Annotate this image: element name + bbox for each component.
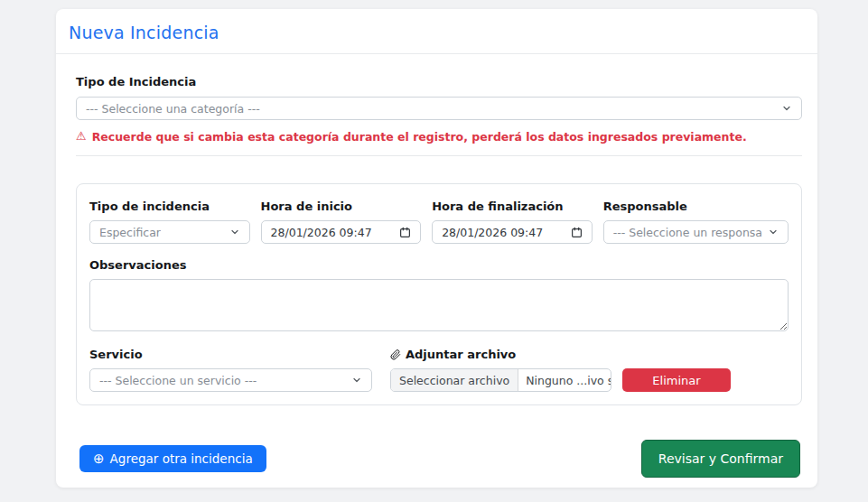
calendar-icon[interactable] (399, 227, 411, 238)
incident-fields-row: Tipo de incidencia Especificar Hora de i… (89, 199, 789, 244)
paperclip-icon (390, 349, 401, 361)
end-time-label: Hora de finalización (432, 199, 593, 214)
add-incident-button[interactable]: ⊕ Agregar otra incidencia (79, 445, 266, 472)
start-time-value: 28/01/2026 09:47 (271, 226, 372, 239)
responsible-label: Responsable (603, 199, 789, 214)
start-time-group: Hora de inicio 28/01/2026 09:47 (261, 199, 422, 244)
service-attach-row: Servicio --- Seleccione un servicio --- … (89, 347, 789, 392)
warning-text: Recuerde que si cambia esta categoría du… (92, 129, 747, 144)
start-time-label: Hora de inicio (261, 199, 422, 214)
calendar-icon[interactable] (571, 227, 583, 238)
incident-type-label: Tipo de incidencia (89, 199, 250, 214)
section-divider (76, 155, 802, 156)
observations-group: Observaciones (89, 256, 789, 335)
category-warning: ⚠ Recuerde que si cambia esta categoría … (76, 129, 802, 144)
category-section: Tipo de Incidencia --- Seleccione una ca… (76, 74, 802, 156)
incident-type-group: Tipo de incidencia Especificar (89, 199, 250, 244)
add-incident-label: Agregar otra incidencia (110, 451, 253, 466)
responsible-group: Responsable --- Seleccione un responsa (603, 199, 789, 244)
category-select-value: --- Seleccione una categoría --- (86, 102, 260, 116)
responsible-select[interactable]: --- Seleccione un responsa (603, 220, 789, 244)
start-time-input[interactable]: 28/01/2026 09:47 (261, 220, 422, 244)
chevron-down-icon (229, 227, 240, 237)
file-input[interactable]: Seleccionar archivo Ninguno ...ivo selec… (390, 368, 611, 392)
file-status-text: Ninguno ...ivo selec. (518, 369, 611, 391)
attachment-controls: Seleccionar archivo Ninguno ...ivo selec… (390, 368, 789, 392)
attachment-label: Adjuntar archivo (406, 347, 516, 362)
incident-item-card: Tipo de incidencia Especificar Hora de i… (76, 183, 802, 405)
category-label: Tipo de Incidencia (76, 74, 802, 89)
attachment-label-row: Adjuntar archivo (390, 347, 789, 362)
service-value: --- Seleccione un servicio --- (99, 374, 257, 387)
card-body: Tipo de Incidencia --- Seleccione una ca… (56, 74, 817, 478)
service-label: Servicio (89, 347, 372, 362)
attachment-group: Adjuntar archivo Seleccionar archivo Nin… (390, 347, 789, 392)
service-group: Servicio --- Seleccione un servicio --- (89, 347, 372, 392)
review-confirm-button[interactable]: Revisar y Confirmar (641, 440, 800, 478)
category-select[interactable]: --- Seleccione una categoría --- (76, 97, 802, 120)
observations-textarea[interactable] (89, 279, 789, 331)
service-select[interactable]: --- Seleccione un servicio --- (89, 368, 372, 392)
end-time-group: Hora de finalización 28/01/2026 09:47 (432, 199, 593, 244)
end-time-value: 28/01/2026 09:47 (442, 226, 543, 239)
new-incident-card: Nueva Incidencia Tipo de Incidencia --- … (56, 9, 817, 488)
incident-type-select[interactable]: Especificar (89, 220, 250, 244)
end-time-input[interactable]: 28/01/2026 09:47 (432, 220, 593, 244)
plus-circle-icon: ⊕ (93, 452, 105, 466)
card-header: Nueva Incidencia (56, 9, 817, 54)
observations-label: Observaciones (89, 258, 186, 272)
chevron-down-icon (768, 227, 779, 237)
delete-attachment-button[interactable]: Eliminar (622, 368, 731, 392)
incident-type-value: Especificar (99, 226, 161, 239)
chevron-down-icon (781, 103, 792, 114)
footer-actions: ⊕ Agregar otra incidencia Revisar y Conf… (76, 440, 802, 478)
warning-triangle-icon: ⚠ (76, 129, 87, 144)
file-choose-button[interactable]: Seleccionar archivo (391, 369, 518, 391)
chevron-down-icon (351, 375, 362, 386)
page-title: Nueva Incidencia (69, 23, 803, 42)
responsible-value: --- Seleccione un responsa (613, 226, 762, 239)
